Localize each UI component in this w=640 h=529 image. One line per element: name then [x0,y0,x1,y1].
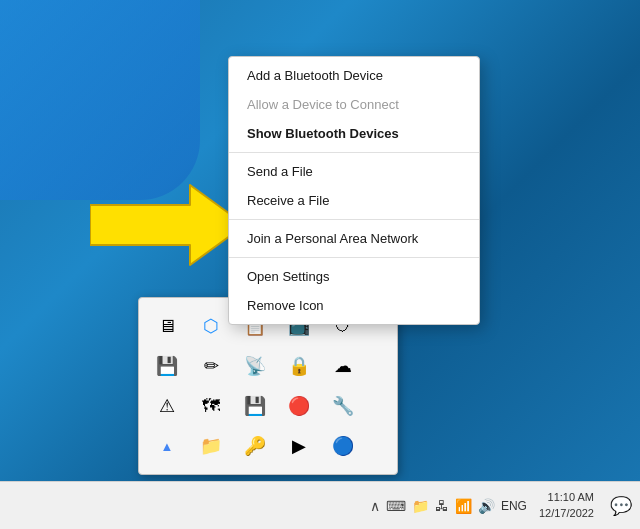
taskbar-date: 12/17/2022 [539,506,594,521]
tray-icon-cloud[interactable]: ☁ [325,348,361,384]
taskbar-clock[interactable]: 11:10 AM 12/17/2022 [539,490,594,521]
taskbar-language-label[interactable]: ENG [501,499,527,513]
tray-icon-red[interactable]: 🔴 [281,388,317,424]
tray-icon-settings2[interactable]: 🔧 [325,388,361,424]
menu-item-add-device[interactable]: Add a Bluetooth Device [229,61,479,90]
taskbar-notification-icon[interactable]: 💬 [610,495,632,517]
menu-item-join-pan[interactable]: Join a Personal Area Network [229,224,479,253]
tray-icon-save[interactable]: 💾 [237,388,273,424]
bluetooth-context-menu: Add a Bluetooth Device Allow a Device to… [228,56,480,325]
tray-icon-lock[interactable]: 🔒 [281,348,317,384]
taskbar-volume-icon[interactable]: 🔊 [478,498,495,514]
taskbar-time: 11:10 AM [539,490,594,505]
tray-icon-monitor[interactable]: 🖥 [149,308,185,344]
taskbar-right-area: ∧ ⌨ 📁 🖧 📶 🔊 ENG 11:10 AM 12/17/2022 💬 [370,490,632,521]
taskbar: ∧ ⌨ 📁 🖧 📶 🔊 ENG 11:10 AM 12/17/2022 💬 [0,481,640,529]
taskbar-keyboard-icon[interactable]: ⌨ [386,498,406,514]
menu-item-allow-connect: Allow a Device to Connect [229,90,479,119]
menu-item-remove-icon[interactable]: Remove Icon [229,291,479,320]
tray-icon-google[interactable]: ▲ [149,428,185,464]
menu-item-open-settings[interactable]: Open Settings [229,262,479,291]
menu-divider-1 [229,152,479,153]
taskbar-network-icon[interactable]: 🖧 [435,498,449,514]
tray-icon-extra4[interactable]: 🔵 [325,428,361,464]
taskbar-chevron-icon[interactable]: ∧ [370,498,380,514]
tray-icon-extra3[interactable]: ▶ [281,428,317,464]
menu-item-send-file[interactable]: Send a File [229,157,479,186]
tray-icon-bluetooth[interactable]: ⬡ [193,308,229,344]
tray-icon-map[interactable]: 🗺 [193,388,229,424]
tray-icon-edit[interactable]: ✏ [193,348,229,384]
desktop-decoration [0,0,200,200]
menu-divider-3 [229,257,479,258]
menu-divider-2 [229,219,479,220]
taskbar-wifi-icon[interactable]: 📶 [455,498,472,514]
taskbar-folder-icon[interactable]: 📁 [412,498,429,514]
tray-icon-extra1[interactable]: 📁 [193,428,229,464]
tray-icon-extra2[interactable]: 🔑 [237,428,273,464]
arrow-pointer [90,175,250,279]
desktop: 🖥 ⬡ 📋 📺 🛡 💾 ✏ 📡 🔒 ☁ ⚠ 🗺 💾 🔴 🔧 ▲ 📁 🔑 ▶ 🔵 … [0,0,640,529]
menu-item-receive-file[interactable]: Receive a File [229,186,479,215]
svg-marker-0 [90,185,245,265]
menu-item-show-devices[interactable]: Show Bluetooth Devices [229,119,479,148]
tray-icon-disk[interactable]: 💾 [149,348,185,384]
taskbar-system-icons: ∧ ⌨ 📁 🖧 📶 🔊 ENG [370,498,527,514]
tray-icon-network2[interactable]: 📡 [237,348,273,384]
tray-icon-warning[interactable]: ⚠ [149,388,185,424]
